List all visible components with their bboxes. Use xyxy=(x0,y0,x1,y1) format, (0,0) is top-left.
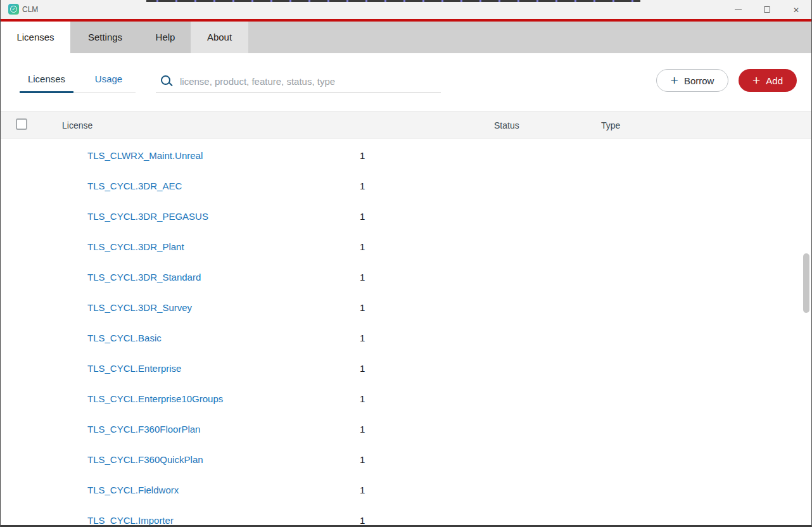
table-row: TLS_CYCL.3DR_AEC 1 xyxy=(1,171,811,201)
add-button-label: Add xyxy=(766,75,783,86)
license-link[interactable]: TLS_CYCL.3DR_AEC xyxy=(87,171,182,201)
license-link[interactable]: TLS_CYCL.Basic xyxy=(87,323,162,353)
table-row: TLS_CYCL.Fieldworx 1 xyxy=(1,475,811,505)
search-input[interactable] xyxy=(180,76,441,87)
table-row: TLS_CYCL.Enterprise 1 xyxy=(1,353,811,384)
menu-tab-bar: Licenses Settings Help About xyxy=(1,22,811,53)
vertical-scrollbar-thumb[interactable] xyxy=(803,253,809,313)
maximize-button[interactable] xyxy=(752,0,782,19)
license-link[interactable]: TLS_CYCL.3DR_Standard xyxy=(87,262,201,293)
license-count: 1 xyxy=(360,445,365,475)
table-row: TLS_CYCL.Importer 1 xyxy=(1,505,811,527)
license-count: 1 xyxy=(360,201,365,232)
caption-controls xyxy=(723,0,811,19)
app-window: ✓ CLM Licenses Settings Help About Licen… xyxy=(0,0,812,527)
table-row: TLS_CYCL.F360QuickPlan 1 xyxy=(1,445,811,475)
active-tab-indicator xyxy=(20,91,73,93)
table-row: TLS_CLWRX_Maint.Unreal 1 xyxy=(1,141,811,171)
table-row: TLS_CYCL.3DR_PEGASUS 1 xyxy=(1,201,811,232)
app-logo-check-icon: ✓ xyxy=(8,4,19,15)
tab-settings[interactable]: Settings xyxy=(70,22,140,53)
table-row: TLS_CYCL.3DR_Plant 1 xyxy=(1,232,811,262)
license-link[interactable]: TLS_CYCL.Enterprise10Groups xyxy=(87,384,223,414)
license-link[interactable]: TLS_CYCL.Importer xyxy=(87,505,174,527)
tab-licenses[interactable]: Licenses xyxy=(1,22,70,53)
minimize-button[interactable] xyxy=(723,0,752,19)
license-link[interactable]: TLS_CYCL.Fieldworx xyxy=(87,475,179,505)
license-count: 1 xyxy=(360,353,365,384)
plus-icon: + xyxy=(752,73,760,87)
minimize-icon xyxy=(735,10,742,10)
search-icon xyxy=(160,75,173,87)
column-header-status: Status xyxy=(494,111,519,139)
column-header-type: Type xyxy=(601,111,620,139)
license-count: 1 xyxy=(360,505,365,527)
license-count: 1 xyxy=(360,414,365,445)
view-tab-licenses[interactable]: Licenses xyxy=(20,73,73,87)
table-row: TLS_CYCL.3DR_Standard 1 xyxy=(1,262,811,293)
license-count: 1 xyxy=(360,141,365,171)
view-tab-usage[interactable]: Usage xyxy=(82,73,136,87)
table-row: TLS_CYCL.Basic 1 xyxy=(1,323,811,353)
license-link[interactable]: TLS_CYCL.F360FloorPlan xyxy=(87,414,200,445)
maximize-icon xyxy=(764,6,770,13)
search-field xyxy=(156,70,441,93)
tab-help[interactable]: Help xyxy=(140,22,191,53)
table-row: TLS_CYCL.3DR_Survey 1 xyxy=(1,293,811,323)
license-count: 1 xyxy=(360,475,365,505)
license-link[interactable]: TLS_CYCL.Enterprise xyxy=(87,353,181,384)
tab-about[interactable]: About xyxy=(191,22,248,53)
borrow-button-label: Borrow xyxy=(684,75,714,86)
license-table-body: TLS_CLWRX_Maint.Unreal 1 TLS_CYCL.3DR_AE… xyxy=(1,141,811,527)
license-count: 1 xyxy=(360,323,365,353)
license-link[interactable]: TLS_CYCL.3DR_Survey xyxy=(87,293,192,323)
table-header: License Status Type xyxy=(1,111,811,139)
license-count: 1 xyxy=(360,293,365,323)
window-title: CLM xyxy=(22,0,38,19)
license-link[interactable]: TLS_CLWRX_Maint.Unreal xyxy=(87,141,203,171)
license-count: 1 xyxy=(360,384,365,414)
column-header-license: License xyxy=(62,111,92,139)
close-button[interactable] xyxy=(782,0,811,19)
license-count: 1 xyxy=(360,171,365,201)
plus-icon: + xyxy=(671,73,678,87)
license-count: 1 xyxy=(360,262,365,293)
license-link[interactable]: TLS_CYCL.3DR_PEGASUS xyxy=(87,201,208,232)
table-row: TLS_CYCL.F360FloorPlan 1 xyxy=(1,414,811,445)
select-all-checkbox[interactable] xyxy=(16,118,27,130)
license-count: 1 xyxy=(360,232,365,262)
add-button[interactable]: + Add xyxy=(739,69,797,92)
background-window-sliver xyxy=(146,0,640,2)
license-link[interactable]: TLS_CYCL.F360QuickPlan xyxy=(87,445,203,475)
table-row: TLS_CYCL.Enterprise10Groups 1 xyxy=(1,384,811,414)
license-link[interactable]: TLS_CYCL.3DR_Plant xyxy=(87,232,184,262)
close-icon xyxy=(793,4,799,15)
borrow-button[interactable]: + Borrow xyxy=(656,69,728,92)
title-bar: ✓ CLM xyxy=(1,0,811,19)
